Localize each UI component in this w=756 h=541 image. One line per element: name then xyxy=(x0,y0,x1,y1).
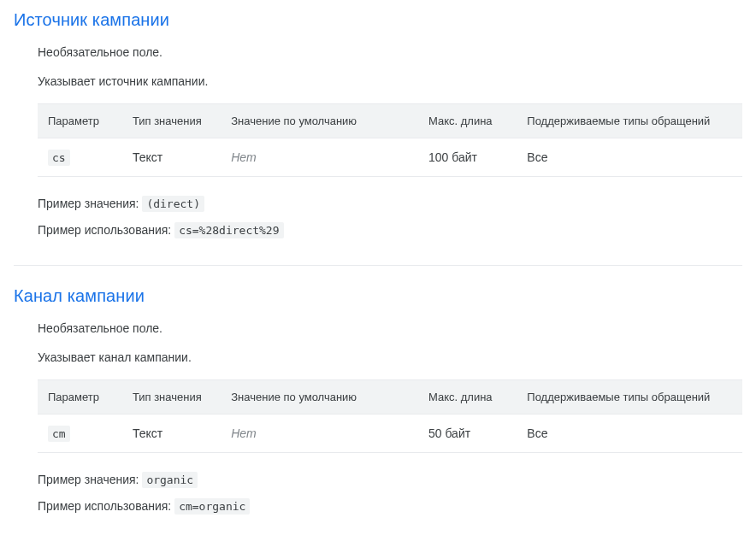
example-usage-code: cs=%28direct%29 xyxy=(174,222,283,238)
table-header-row: Параметр Тип значения Значение по умолча… xyxy=(38,104,742,138)
section-campaign-medium: Канал кампании Необязательное поле. Указ… xyxy=(14,286,742,527)
example-usage-label: Пример использования: xyxy=(38,223,174,237)
section-body: Необязательное поле. Указывает канал кам… xyxy=(14,321,742,517)
col-header-supported: Поддерживаемые типы обращений xyxy=(517,380,742,415)
table-row: cs Текст Нет 100 байт Все xyxy=(38,138,742,177)
col-header-param: Параметр xyxy=(38,104,122,138)
col-header-default: Значение по умолчанию xyxy=(221,104,418,138)
section-divider xyxy=(14,265,742,266)
col-header-param: Параметр xyxy=(38,380,122,415)
optional-note: Необязательное поле. xyxy=(38,321,742,335)
section-heading-campaign-source[interactable]: Источник кампании xyxy=(14,10,742,30)
example-usage-code: cm=organic xyxy=(174,498,250,515)
cell-default: Нет xyxy=(221,138,418,177)
default-value: Нет xyxy=(231,150,256,164)
cell-maxlen: 50 байт xyxy=(418,415,517,453)
params-table: Параметр Тип значения Значение по умолча… xyxy=(38,379,742,453)
cell-param: cm xyxy=(38,415,122,453)
col-header-type: Тип значения xyxy=(122,104,221,138)
default-value: Нет xyxy=(231,426,256,440)
cell-param: cs xyxy=(38,138,122,177)
example-value-code: organic xyxy=(142,472,198,488)
example-usage-line: Пример использования: cs=%28direct%29 xyxy=(38,219,742,242)
cell-maxlen: 100 байт xyxy=(418,138,517,177)
params-table: Параметр Тип значения Значение по умолча… xyxy=(38,103,742,177)
col-header-type: Тип значения xyxy=(122,380,221,415)
param-code: cs xyxy=(48,150,70,166)
table-row: cm Текст Нет 50 байт Все xyxy=(38,415,742,453)
example-value-line: Пример значения: (direct) xyxy=(38,192,742,215)
section-body: Необязательное поле. Указывает источник … xyxy=(14,45,742,241)
example-usage-line: Пример использования: cm=organic xyxy=(38,495,742,518)
col-header-supported: Поддерживаемые типы обращений xyxy=(517,104,742,138)
example-value-label: Пример значения: xyxy=(38,197,142,210)
section-campaign-source: Источник кампании Необязательное поле. У… xyxy=(14,10,742,251)
example-value-line: Пример значения: organic xyxy=(38,468,742,491)
example-value-label: Пример значения: xyxy=(38,473,142,486)
table-header-row: Параметр Тип значения Значение по умолча… xyxy=(38,380,742,415)
section-heading-campaign-medium[interactable]: Канал кампании xyxy=(14,286,742,306)
cell-supported: Все xyxy=(517,138,742,177)
col-header-default: Значение по умолчанию xyxy=(221,380,418,415)
example-value-code: (direct) xyxy=(142,196,204,212)
example-usage-label: Пример использования: xyxy=(38,499,174,513)
param-code: cm xyxy=(48,426,70,442)
cell-type: Текст xyxy=(122,415,221,453)
cell-default: Нет xyxy=(221,415,418,453)
cell-supported: Все xyxy=(517,415,742,453)
description: Указывает канал кампании. xyxy=(38,350,742,364)
description: Указывает источник кампании. xyxy=(38,74,742,88)
col-header-maxlen: Макс. длина xyxy=(418,104,517,138)
col-header-maxlen: Макс. длина xyxy=(418,380,517,415)
optional-note: Необязательное поле. xyxy=(38,45,742,59)
cell-type: Текст xyxy=(122,138,221,177)
